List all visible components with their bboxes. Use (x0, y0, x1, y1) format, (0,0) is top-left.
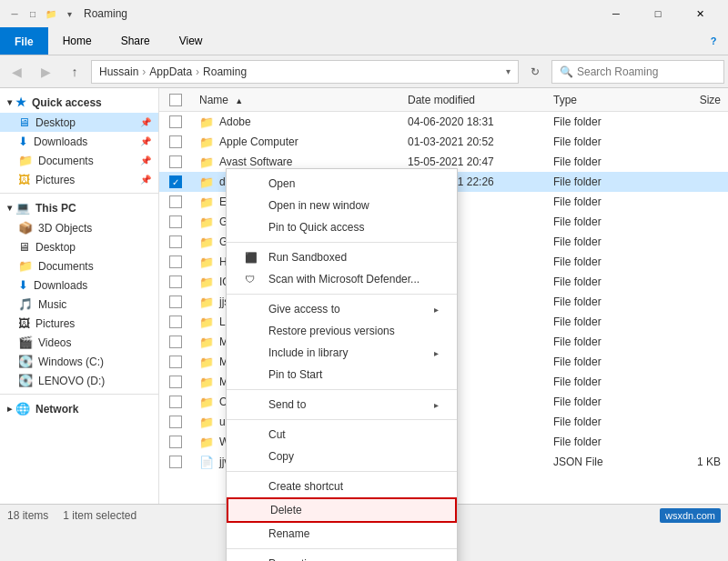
sidebar-item-documents-qa[interactable]: 📁 Documents 📌 (0, 151, 158, 170)
select-all-checkbox[interactable] (169, 94, 182, 106)
row-checkbox[interactable] (159, 356, 192, 368)
back-button[interactable]: ◀ (4, 59, 29, 85)
address-path[interactable]: Hussain › AppData › Roaming ▾ (91, 60, 519, 84)
path-sep-1: › (142, 65, 146, 78)
sidebar-item-3d[interactable]: 📦 3D Objects (0, 218, 158, 237)
header-checkbox[interactable] (159, 94, 192, 106)
ctx-include-library[interactable]: Include in library▸ (227, 342, 457, 364)
checkbox[interactable] (169, 195, 182, 208)
sidebar-item-lenovo-d[interactable]: 💽 LENOVO (D:) (0, 371, 158, 390)
row-checkbox[interactable] (159, 235, 192, 248)
tab-home[interactable]: Home (48, 27, 106, 55)
ctx-run-sandboxed[interactable]: ⬛Run Sandboxed (227, 246, 457, 268)
folder-icon: 📁 (199, 336, 214, 349)
sidebar-item-videos[interactable]: 🎬 Videos (0, 333, 158, 352)
ctx-restore-versions[interactable]: Restore previous versions (227, 320, 457, 342)
ctx-delete[interactable]: Delete (227, 497, 457, 523)
checkbox[interactable] (169, 235, 182, 248)
checkbox[interactable] (169, 135, 182, 148)
ctx-send-to[interactable]: Send to▸ (227, 394, 457, 416)
refresh-button[interactable]: ↻ (522, 59, 548, 85)
checkbox[interactable] (169, 376, 182, 388)
checkbox[interactable] (169, 275, 182, 288)
folder-icon: 📁 (199, 296, 214, 309)
col-date-header[interactable]: Date modified (400, 94, 546, 106)
col-type-header[interactable]: Type (546, 94, 655, 106)
col-size-header[interactable]: Size (655, 94, 728, 106)
search-input[interactable] (577, 65, 695, 78)
json-file-icon: 📄 (199, 456, 214, 469)
search-box[interactable]: 🔍 (551, 60, 724, 84)
sidebar-item-pictures-qa[interactable]: 🖼 Pictures 📌 (0, 170, 158, 189)
checkbox[interactable] (169, 336, 182, 348)
row-checkbox[interactable] (159, 376, 192, 388)
folder-small-icon: 📁 (44, 6, 58, 21)
ctx-scan-defender[interactable]: 🛡Scan with Microsoft Defender... (227, 268, 457, 290)
quick-access-header[interactable]: ▾ ★ Quick access (0, 92, 158, 113)
ctx-properties[interactable]: Properties (227, 553, 457, 561)
ctx-pin-quick[interactable]: Pin to Quick access (227, 216, 457, 238)
up-button[interactable]: ↑ (62, 59, 87, 85)
sidebar-item-downloads-qa[interactable]: ⬇ Downloads 📌 (0, 132, 158, 151)
checkbox[interactable] (169, 155, 182, 168)
table-row[interactable]: 📁Adobe 04-06-2020 18:31 File folder (159, 112, 728, 132)
tab-view[interactable]: View (165, 27, 217, 55)
col-name-header[interactable]: Name ▲ (192, 94, 400, 106)
checkbox[interactable] (169, 115, 182, 128)
file-type: File folder (546, 296, 655, 308)
ctx-copy[interactable]: Copy (227, 446, 457, 467)
row-checkbox[interactable] (159, 215, 192, 228)
row-checkbox[interactable] (159, 396, 192, 408)
sort-arrow: ▲ (235, 96, 243, 105)
sidebar-item-music[interactable]: 🎵 Music (0, 295, 158, 314)
tab-file[interactable]: File (0, 27, 48, 55)
sidebar-item-pictures-pc[interactable]: 🖼 Pictures (0, 314, 158, 333)
close-button[interactable]: ✕ (679, 0, 721, 27)
row-checkbox[interactable] (159, 275, 192, 288)
checkbox[interactable] (169, 296, 182, 308)
sidebar-item-desktop-qa[interactable]: 🖥 Desktop 📌 (0, 113, 158, 132)
help-button[interactable]: ? (699, 27, 728, 55)
table-row[interactable]: 📁Apple Computer 01-03-2021 20:52 File fo… (159, 132, 728, 152)
minimize-button[interactable]: ─ (595, 0, 637, 27)
sidebar-item-downloads-pc[interactable]: ⬇ Downloads (0, 275, 158, 295)
checkbox[interactable]: ✓ (169, 175, 182, 188)
checkbox[interactable] (169, 215, 182, 228)
tab-share[interactable]: Share (106, 27, 165, 55)
checkbox[interactable] (169, 356, 182, 368)
row-checkbox[interactable] (159, 115, 192, 128)
ctx-rename[interactable]: Rename (227, 523, 457, 545)
sidebar-item-documents-pc[interactable]: 📁 Documents (0, 256, 158, 275)
row-checkbox[interactable]: ✓ (159, 175, 192, 188)
row-checkbox[interactable] (159, 296, 192, 308)
pc-icon: 💻 (15, 201, 30, 215)
checkbox[interactable] (169, 255, 182, 268)
checkbox[interactable] (169, 316, 182, 328)
network-header[interactable]: ▸ 🌐 Network (0, 398, 158, 419)
checkbox[interactable] (169, 396, 182, 408)
row-checkbox[interactable] (159, 195, 192, 208)
row-checkbox[interactable] (159, 336, 192, 348)
checkbox[interactable] (169, 416, 182, 428)
ctx-cut[interactable]: Cut (227, 424, 457, 446)
file-date: 15-05-2021 20:47 (400, 155, 546, 168)
row-checkbox[interactable] (159, 416, 192, 428)
ctx-open-new-window[interactable]: Open in new window (227, 195, 457, 216)
ctx-pin-start[interactable]: Pin to Start (227, 364, 457, 386)
row-checkbox[interactable] (159, 255, 192, 268)
checkbox[interactable] (169, 456, 182, 468)
row-checkbox[interactable] (159, 155, 192, 168)
ctx-give-access[interactable]: Give access to▸ (227, 298, 457, 320)
row-checkbox[interactable] (159, 456, 192, 468)
ctx-open[interactable]: Open (227, 173, 457, 195)
sidebar-item-windows-c[interactable]: 💽 Windows (C:) (0, 352, 158, 371)
row-checkbox[interactable] (159, 316, 192, 328)
sidebar-item-desktop-pc[interactable]: 🖥 Desktop (0, 237, 158, 256)
this-pc-header[interactable]: ▾ 💻 This PC (0, 197, 158, 218)
checkbox[interactable] (169, 436, 182, 448)
maximize-button[interactable]: □ (637, 0, 679, 27)
forward-button[interactable]: ▶ (33, 59, 58, 85)
row-checkbox[interactable] (159, 436, 192, 448)
ctx-create-shortcut[interactable]: Create shortcut (227, 476, 457, 497)
row-checkbox[interactable] (159, 135, 192, 148)
